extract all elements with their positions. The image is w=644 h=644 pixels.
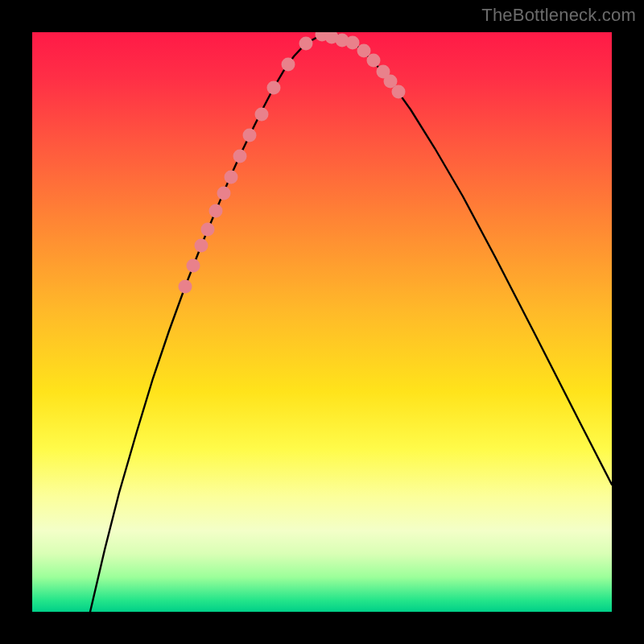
data-dot <box>267 81 281 95</box>
curve-layer <box>32 32 612 612</box>
data-dot <box>225 171 238 184</box>
data-dot <box>195 239 208 253</box>
data-dot <box>346 36 360 50</box>
data-dot <box>217 187 231 200</box>
data-dot <box>201 223 215 237</box>
data-dot <box>299 37 313 51</box>
chart-frame: TheBottleneck.com <box>0 0 644 644</box>
plot-area <box>32 32 612 612</box>
curve-dots <box>179 32 406 294</box>
data-dot <box>282 58 295 72</box>
data-dot <box>179 280 192 294</box>
data-dot <box>392 85 406 99</box>
data-dot <box>255 108 269 122</box>
data-dot <box>187 259 200 273</box>
data-dot <box>233 150 247 163</box>
data-dot <box>367 54 381 68</box>
watermark-text: TheBottleneck.com <box>481 5 636 26</box>
data-dot <box>357 44 371 58</box>
data-dot <box>209 204 223 218</box>
data-dot <box>243 129 257 142</box>
bottleneck-curve <box>90 35 612 612</box>
